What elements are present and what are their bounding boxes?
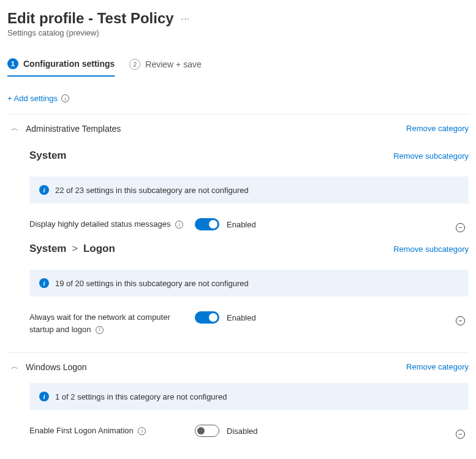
tab-2-label: Review + save: [145, 59, 201, 69]
toggle-switch[interactable]: [195, 218, 219, 230]
info-text: 1 of 2 settings in this category are not…: [55, 392, 227, 401]
page-title: Edit profile - Test Policy: [7, 10, 174, 27]
tab-configuration-settings[interactable]: 1 Configuration settings: [7, 58, 115, 77]
setting-label: Enable First Logon Animation: [29, 426, 134, 435]
setting-row-display-status: Display highly detailed status messages …: [29, 218, 469, 230]
subcategory-title: System: [29, 150, 66, 162]
info-icon: i: [39, 278, 49, 288]
remove-category-button[interactable]: Remove category: [406, 362, 469, 371]
info-icon[interactable]: i: [61, 94, 69, 102]
info-text: 22 of 23 settings in this subcategory ar…: [55, 186, 249, 195]
toggle-state: Enabled: [227, 220, 256, 229]
remove-subcategory-button[interactable]: Remove subcategory: [393, 151, 469, 161]
setting-row-first-logon-animation: Enable First Logon Animation i Disabled …: [29, 425, 469, 437]
info-bar: i 1 of 2 settings in this category are n…: [29, 383, 469, 410]
remove-setting-icon[interactable]: −: [456, 316, 465, 325]
info-icon[interactable]: i: [175, 221, 183, 229]
remove-category-button[interactable]: Remove category: [406, 124, 469, 133]
tab-review-save[interactable]: 2 Review + save: [129, 58, 201, 77]
category-windows-logon: ︿ Windows Logon Remove category i 1 of 2…: [7, 353, 469, 437]
remove-setting-icon[interactable]: −: [456, 430, 465, 439]
page-subtitle: Settings catalog (preview): [7, 28, 469, 37]
breadcrumb-part: System: [29, 243, 66, 254]
add-settings-button[interactable]: + Add settings i: [7, 94, 469, 103]
chevron-up-icon[interactable]: ︿: [11, 362, 18, 372]
breadcrumb-sep: >: [72, 243, 78, 254]
info-icon[interactable]: i: [96, 326, 104, 334]
setting-label: Display highly detailed status messages: [29, 219, 171, 229]
setting-row-wait-network: Always wait for the network at computer …: [29, 311, 469, 335]
remove-setting-icon[interactable]: −: [456, 223, 465, 232]
tab-1-label: Configuration settings: [23, 59, 115, 69]
subcategory-title: System > Logon: [29, 243, 115, 255]
remove-subcategory-button[interactable]: Remove subcategory: [393, 245, 469, 254]
info-icon[interactable]: i: [138, 427, 146, 435]
subcategory-none: i 1 of 2 settings in this category are n…: [7, 383, 469, 437]
info-bar: i 22 of 23 settings in this subcategory …: [29, 176, 469, 203]
category-title: Administrative Templates: [26, 124, 121, 134]
category-admin-templates: ︿ Administrative Templates Remove catego…: [7, 115, 469, 335]
info-icon: i: [39, 185, 49, 195]
subcategory-system: System Remove subcategory i 22 of 23 set…: [7, 150, 469, 230]
chevron-up-icon[interactable]: ︿: [11, 123, 18, 134]
toggle-switch[interactable]: [195, 425, 219, 437]
tabs: 1 Configuration settings 2 Review + save: [7, 58, 469, 77]
more-icon[interactable]: ···: [181, 13, 191, 23]
info-icon: i: [39, 392, 49, 401]
toggle-state: Disabled: [227, 427, 258, 436]
toggle-switch[interactable]: [195, 311, 219, 324]
toggle-state: Enabled: [227, 313, 256, 322]
info-text: 19 of 20 settings in this subcategory ar…: [55, 279, 249, 288]
subcategory-system-logon: System > Logon Remove subcategory i 19 o…: [7, 243, 469, 335]
add-settings-label: + Add settings: [7, 94, 58, 103]
breadcrumb-part: Logon: [83, 243, 115, 254]
step-2-badge: 2: [129, 59, 140, 70]
category-title: Windows Logon: [26, 362, 87, 372]
info-bar: i 19 of 20 settings in this subcategory …: [29, 270, 469, 297]
step-1-badge: 1: [7, 58, 18, 69]
